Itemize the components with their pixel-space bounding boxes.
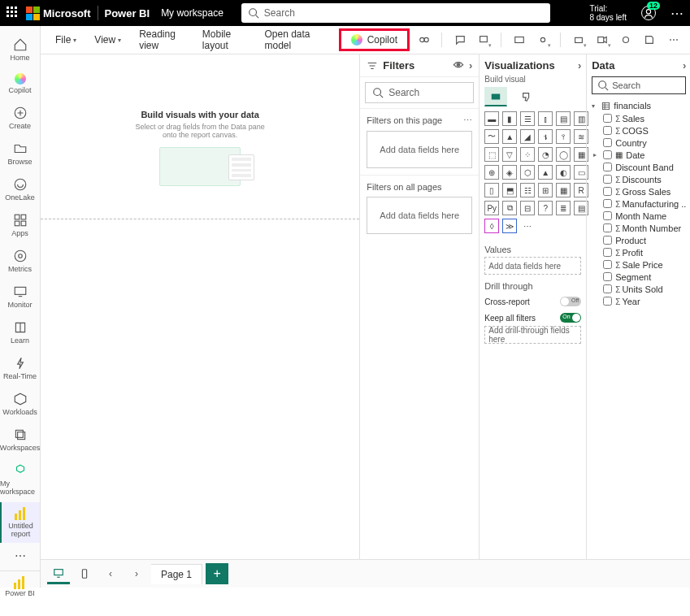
field-checkbox[interactable] <box>603 163 612 171</box>
line-viz[interactable]: 〜 <box>484 129 499 144</box>
values-well[interactable]: Add data fields here <box>484 257 581 275</box>
keep-filters-toggle[interactable]: On <box>560 313 581 323</box>
workspace-label[interactable]: My workspace <box>161 7 223 19</box>
line-col2-viz[interactable]: ⫯ <box>556 129 571 144</box>
pie-viz[interactable]: ◔ <box>538 147 553 162</box>
stacked-bar-viz[interactable]: ▬ <box>484 111 499 126</box>
filters-page-more[interactable]: ⋯ <box>463 115 472 126</box>
nav-learn[interactable]: Learn <box>0 315 40 349</box>
field-checkbox[interactable] <box>603 284 612 293</box>
format-visual-tab[interactable] <box>515 87 538 106</box>
field-segment[interactable]: Segment <box>592 271 686 283</box>
refresh-btn[interactable]: ▾ <box>533 29 552 50</box>
field-checkbox[interactable] <box>603 126 612 135</box>
trial-status[interactable]: Trial: 8 days left <box>589 4 627 22</box>
nav-my-workspace[interactable]: My workspace <box>0 458 40 501</box>
field-checkbox[interactable] <box>603 138 612 147</box>
waterfall-viz[interactable]: ⬚ <box>484 147 499 162</box>
nav-apps[interactable]: Apps <box>0 208 40 242</box>
area-viz[interactable]: ▲ <box>502 129 517 144</box>
field-checkbox[interactable] <box>603 211 612 220</box>
more-ribbon[interactable]: ⋯ <box>664 29 683 50</box>
nav-realtime[interactable]: Real-Time <box>0 351 40 385</box>
file-menu[interactable]: File▾ <box>49 31 83 49</box>
field-checkbox[interactable] <box>603 260 612 269</box>
view-btn[interactable] <box>510 29 528 50</box>
qa-viz[interactable]: ? <box>538 201 553 215</box>
notifications-button[interactable]: 12 <box>641 6 656 20</box>
field-sales[interactable]: Sales <box>592 112 686 124</box>
nav-home[interactable]: Home <box>0 33 40 67</box>
field-month-name[interactable]: Month Name <box>592 210 686 222</box>
field-date[interactable]: ▸▦Date <box>592 149 686 161</box>
page-tab-1[interactable]: Page 1 <box>151 564 202 584</box>
field-units-sold[interactable]: Units Sold <box>592 283 686 295</box>
field-product[interactable]: Product <box>592 234 686 246</box>
field-country[interactable]: Country <box>592 137 686 149</box>
field-gross-sales[interactable]: Gross Sales <box>592 185 686 197</box>
multi-card-viz[interactable]: ▯ <box>484 183 499 197</box>
field-checkbox[interactable] <box>603 236 612 245</box>
field-checkbox[interactable] <box>603 199 612 208</box>
field-sale-price[interactable]: Sale Price <box>592 258 686 271</box>
gauge-viz[interactable]: ◐ <box>556 165 571 180</box>
add-page-btn[interactable]: + <box>206 563 228 584</box>
clustered-column-viz[interactable]: ⫿ <box>538 111 553 126</box>
table-node[interactable]: ▾financials <box>592 99 686 112</box>
nav-untitled-report[interactable]: Untitled report <box>0 502 40 543</box>
field-checkbox[interactable] <box>603 248 612 257</box>
field-discounts[interactable]: Discounts <box>592 173 686 185</box>
prev-page-btn[interactable]: ‹ <box>99 563 122 584</box>
filters-eye-icon[interactable]: 👁 <box>453 59 464 72</box>
desktop-layout-btn[interactable] <box>47 563 70 584</box>
donut-viz[interactable]: ◯ <box>556 147 571 162</box>
field-month-number[interactable]: Month Number <box>592 222 686 234</box>
filters-all-dropzone[interactable]: Add data fields here <box>367 197 472 234</box>
decomp-viz[interactable]: ⊟ <box>520 201 535 215</box>
azure-map-viz[interactable]: ▲ <box>538 165 553 180</box>
line-col-viz[interactable]: ⫮ <box>538 129 553 144</box>
nav-create[interactable]: Create <box>0 101 40 135</box>
field-discount-band[interactable]: Discount Band <box>592 161 686 173</box>
narrative-viz[interactable]: ≣ <box>556 201 571 215</box>
nav-more[interactable]: ⋯ <box>0 544 40 567</box>
powerapps-viz[interactable]: ◊ <box>484 219 499 233</box>
field-checkbox[interactable] <box>603 223 612 232</box>
data-search[interactable]: Search <box>592 76 686 94</box>
field-year[interactable]: Year <box>592 295 686 307</box>
matrix-viz[interactable]: ▦ <box>556 183 571 197</box>
next-page-btn[interactable]: › <box>125 563 148 584</box>
share-btn[interactable]: ▾ <box>592 29 611 50</box>
more-viz[interactable]: ⋯ <box>520 219 535 233</box>
nav-workloads[interactable]: Workloads <box>0 387 40 421</box>
filled-map-viz[interactable]: ◈ <box>502 165 517 180</box>
field-manufacturing-[interactable]: Manufacturing ... <box>592 197 686 210</box>
filters-search[interactable]: Search <box>365 82 474 103</box>
table-viz[interactable]: ⊞ <box>538 183 553 197</box>
powerauto-viz[interactable]: ≫ <box>502 219 517 233</box>
field-profit[interactable]: Profit <box>592 246 686 258</box>
data-collapse[interactable]: › <box>683 59 686 72</box>
stacked-column-viz[interactable]: ▮ <box>502 111 517 126</box>
app-launcher-icon[interactable] <box>7 7 20 20</box>
field-checkbox[interactable] <box>603 297 612 306</box>
nav-monitor[interactable]: Monitor <box>0 280 40 314</box>
viz-collapse[interactable]: › <box>578 59 581 72</box>
field-checkbox[interactable] <box>603 175 612 184</box>
filters-page-dropzone[interactable]: Add data fields here <box>367 131 472 168</box>
reading-view-btn[interactable]: Reading view <box>132 25 191 54</box>
scatter-viz[interactable]: ⁘ <box>520 147 535 162</box>
field-checkbox[interactable] <box>603 272 612 281</box>
field-checkbox[interactable] <box>603 187 612 196</box>
bar100-viz[interactable]: ▤ <box>556 111 571 126</box>
nav-onelake[interactable]: OneLake <box>0 172 40 206</box>
shape-map-viz[interactable]: ⬡ <box>520 165 535 180</box>
slicer-viz[interactable]: ☷ <box>520 183 535 197</box>
field-checkbox[interactable] <box>603 114 612 123</box>
mobile-layout-btn[interactable]: Mobile layout <box>196 25 254 54</box>
cross-report-toggle[interactable]: Off <box>560 297 581 306</box>
drill-well[interactable]: Add drill-through fields here <box>484 326 581 344</box>
mobile-layout-switch[interactable] <box>73 563 96 584</box>
copilot-button[interactable]: Copilot <box>343 31 406 49</box>
field-cogs[interactable]: COGS <box>592 124 686 137</box>
